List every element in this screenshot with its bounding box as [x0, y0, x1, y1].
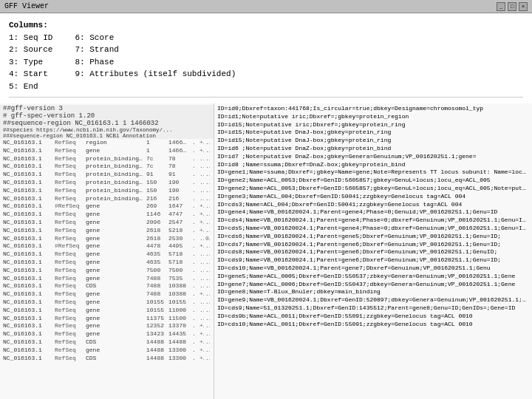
list-item[interactable]: ID=cds6;Name=VB_001620024.1;Parent=gene5…	[214, 233, 532, 241]
list-item[interactable]: ID=id1;Note=putative iric;Dbxref=;gbkey=…	[214, 113, 532, 121]
table-cell: NC_016163.1	[1, 235, 53, 243]
table-row[interactable]: NC_016163.1RefSeqprotein_binding_site150…	[0, 179, 214, 187]
table-cell: RefSeq	[53, 315, 84, 323]
list-item[interactable]: ID=gene5;Name=ACL_0005;Dbxref=GenID:5505…	[214, 273, 532, 281]
list-item[interactable]: ID=cds9;Name=VB_001620024.1;Parent=gene6…	[214, 256, 532, 265]
table-cell: 11375	[145, 315, 167, 323]
list-item[interactable]: ID=cds8;Name=VB_001620024.1;Parent=gene6…	[214, 248, 532, 256]
close-button[interactable]: ×	[519, 2, 528, 11]
table-row[interactable]: NC_016163.1RefSeqgene748810388.+.	[0, 290, 214, 299]
attr-pane[interactable]: ID=id0;Dbxref=taxon:441768;Is_circular=t…	[214, 103, 532, 399]
table-row[interactable]: NC_016163.1RefSeqgene26182530..0	[0, 235, 214, 243]
table-row[interactable]: NC_016163.1RefSeqCDS748810388...	[0, 282, 214, 290]
list-item[interactable]: ID=gene8;Name=T-Blux_Bnuler;dbkey=main_b…	[214, 288, 532, 296]
table-cell: 216	[167, 195, 191, 203]
list-item[interactable]: ID=cds10;Name=VB_001620024.1;Parent=gene…	[214, 265, 532, 273]
table-row[interactable]: NC_016163.1RefSeqgene1448813300.+.	[0, 347, 214, 355]
list-item[interactable]: ID=id7 ;Note=putative DnaZ-box;gbkey=Gen…	[214, 153, 532, 161]
main-window: GFF Viewer _ □ × Columns: 1: Seq ID 2: S…	[0, 0, 532, 399]
table-row[interactable]: NC_016163.1RefSeqCDS1448813300.+.	[0, 355, 214, 363]
list-item[interactable]: ID=id8 ;Name=ssuma;Dbxref=DnaZ-box;gbkey…	[214, 161, 532, 169]
list-item[interactable]: ID=gene2;Name=ACL_0053;Dbxref=GenID:5605…	[214, 185, 532, 193]
table-cell: +	[198, 211, 204, 219]
list-item[interactable]: ID=cds10;Name=ACL_0011;Dbxref=GenID:5509…	[214, 321, 532, 329]
species-line: ##species https://www.ncbi.nlm.nih.gov/T…	[0, 127, 214, 133]
table-row[interactable]: NC_016163.1RefSeqgene1015510155...	[0, 299, 214, 307]
list-item[interactable]: ID=id15;Note=putative DnaJ-box;gbkey=pro…	[214, 137, 532, 145]
table-cell: gene	[84, 259, 145, 267]
table-row[interactable]: NC_016163.1RefSeqgene1137511500...	[0, 315, 214, 323]
list-item[interactable]: ID=id15;Note=putative iric;Dbxref=;gbkey…	[214, 121, 532, 129]
table-cell: .	[204, 259, 210, 267]
col9-label: 9: Attributes (itself subdivided)	[75, 68, 236, 81]
table-row[interactable]: NC_016163.1RefSeqgene46355718...	[0, 250, 214, 259]
table-row[interactable]: NC_016163.1#RefSeqgene44784495.+.	[0, 242, 214, 250]
list-item[interactable]: ID=gene4;Name=VB_001620024.1;Parent=gene…	[214, 208, 532, 216]
list-item[interactable]: ID=cds7;Name=VB_001620024.1;Parent=gene6…	[214, 241, 532, 249]
table-cell: 1	[145, 139, 167, 147]
table-cell: CDS	[84, 355, 145, 363]
table-cell: 190	[167, 187, 191, 195]
seq-region-line: ##sequence-region NC_016163.1 1 1466032	[0, 120, 214, 127]
table-row[interactable]: NC_016163.1RefSeqregion11466032.+.	[0, 139, 214, 147]
list-item[interactable]: ID=cds9b;Name=ACL_0011;Dbxref=GenID:5509…	[214, 313, 532, 321]
file-pane[interactable]: ##gff-version 3 # gff-spec-version 1.20 …	[0, 103, 214, 399]
table-row[interactable]: NC_016163.1RefSeqgene74887535...	[0, 275, 214, 283]
list-item[interactable]: ID=gene2;Name=ACL_0053;Dbxref=GenID:5605…	[214, 177, 532, 185]
list-item[interactable]: ID=gene1;Name=ssuma;Dbxref=;gbkey=Name=g…	[214, 168, 532, 177]
table-row[interactable]: NC_016163.1RefSeqprotein_binding_site7c7…	[0, 155, 214, 163]
title-label: GFF Viewer	[4, 2, 49, 10]
list-item[interactable]: ID=id6 ;Note=putative DnaZ-box;gbkey=pro…	[214, 145, 532, 153]
table-row[interactable]: NC_016163.1RefSeqprotein_binding_site150…	[0, 187, 214, 195]
table-cell: NC_016163.1	[1, 290, 53, 299]
table-cell: gene	[84, 147, 145, 155]
table-row[interactable]: NC_016163.1RefSeqgene11464747.+.	[0, 211, 214, 219]
table-cell: +	[198, 322, 204, 330]
table-cell: NC_016163.1	[1, 219, 53, 227]
list-item[interactable]: ID=cds5;Name=VB_001620024.1;Parent=gene4…	[214, 225, 532, 233]
table-cell: .	[191, 299, 198, 307]
list-item[interactable]: ID=gene7;Name=ACL_0006;Dbxref=GenID:5504…	[214, 281, 532, 289]
table-cell: NC_016163.1	[1, 338, 53, 347]
list-item[interactable]: ID=gene3;Name=ACL_004;Dbxref=GenID:50041…	[214, 193, 532, 201]
table-cell: 10388	[167, 290, 191, 299]
table-cell: gene	[84, 227, 145, 235]
table-row[interactable]: NC_016163.1RefSeqgene1015511000...	[0, 307, 214, 315]
table-row[interactable]: NC_016163.1RefSeqgene1342314435.+.	[0, 330, 214, 338]
table-cell: RefSeq	[53, 187, 84, 195]
attr-rows-container: ID=id0;Dbxref=taxon:441768;Is_circular=t…	[214, 105, 532, 328]
table-row[interactable]: NC_016163.1RefSeqprotein_binding_site919…	[0, 171, 214, 179]
minimize-button[interactable]: _	[497, 2, 505, 11]
table-cell: .	[191, 347, 198, 355]
table-row[interactable]: NC_016163.1RefSeqprotein_binding_site216…	[0, 195, 214, 203]
table-cell: NC_016163.1	[1, 242, 53, 250]
table-row[interactable]: NC_016163.1#RefSeqgene2691647.+.	[0, 202, 214, 211]
table-row[interactable]: NC_016163.1RefSeqCDS1448814488.+.	[0, 338, 214, 347]
table-cell: .	[198, 235, 204, 243]
list-item[interactable]: ID=cds3;Name=ACL_004;Dbxref=GenID:50041;…	[214, 201, 532, 209]
columns-title: Columns:	[9, 21, 48, 30]
table-cell: gene	[84, 250, 145, 259]
table-cell: .	[191, 330, 198, 338]
table-cell: .	[198, 195, 204, 203]
list-item[interactable]: ID=gene9;Name=VB_001620024.1;Dbxref=GenI…	[214, 296, 532, 304]
table-row[interactable]: NC_016163.1RefSeqgene1235213370.+.	[0, 322, 214, 330]
table-row[interactable]: NC_016163.1RefSeqprotein_binding_site7c7…	[0, 163, 214, 171]
table-row[interactable]: NC_016163.1RefSeqgene46355718...	[0, 259, 214, 267]
table-cell: 0	[204, 235, 210, 243]
table-row[interactable]: NC_016163.1RefSeqgene20962547.+.	[0, 219, 214, 227]
table-row[interactable]: NC_016163.1RefSeqgene75007500...	[0, 267, 214, 275]
table-cell: NC_016163.1	[1, 202, 53, 211]
list-item[interactable]: ID=cds9;Name=51_01320251.1;Dbxref=GenID:…	[214, 304, 532, 313]
table-row[interactable]: NC_016163.1RefSeqgene26185218.+.	[0, 227, 214, 235]
table-cell: gene	[84, 299, 145, 307]
table-cell: NC_016163.1	[1, 171, 53, 179]
table-row[interactable]: NC_016163.1RefSeqgene11466032.+.	[0, 147, 214, 155]
maximize-button[interactable]: □	[508, 2, 516, 11]
list-item[interactable]: ID=cds4;Name=VB_001620024.1;Parent=gene4…	[214, 216, 532, 225]
list-item[interactable]: ID=id15;Note=putative DnaJ-box;gbkey=pro…	[214, 129, 532, 137]
table-cell: .	[204, 267, 210, 275]
list-item[interactable]: ID=id0;Dbxref=taxon:441768;Is_circular=t…	[214, 105, 532, 113]
table-cell: 91	[167, 171, 191, 179]
table-cell: 10388	[167, 282, 191, 290]
